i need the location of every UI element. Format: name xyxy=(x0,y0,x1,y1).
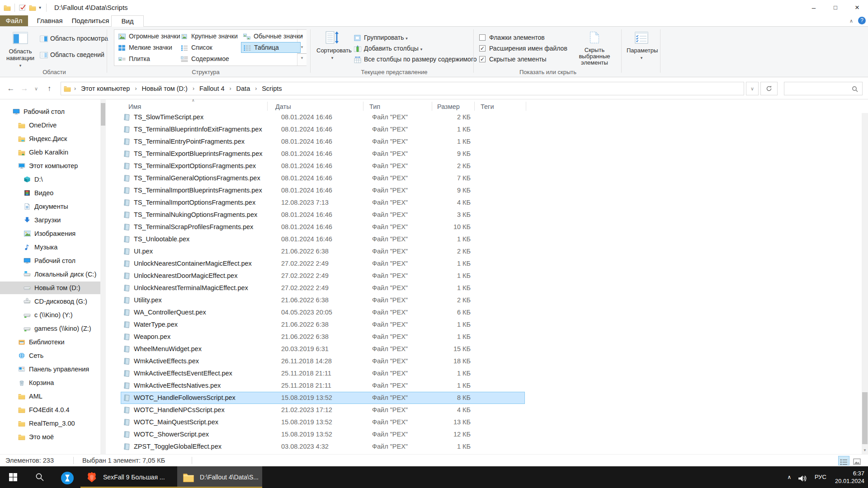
table-row[interactable]: Utility.pex21.06.2022 6:38Файл "PEX"2 КБ xyxy=(121,294,525,306)
language-indicator[interactable]: РУС xyxy=(813,466,828,488)
table-row[interactable]: TS_TerminalEntryPointFragments.pex08.01.… xyxy=(121,136,525,148)
table-row[interactable]: TS_TerminalGeneralOptionsFragments.pex08… xyxy=(121,172,525,184)
sidebar-item-gamess-kino-z-[interactable]: gamess (\\kino) (Z:) xyxy=(0,322,100,335)
table-row[interactable]: UnlockNearestTerminalMagicEffect.pex27.0… xyxy=(121,282,525,294)
sidebar-item-gleb-karalkin[interactable]: Gleb Karalkin xyxy=(0,146,100,159)
view-option-плитка[interactable]: Плитка xyxy=(116,53,176,64)
sidebar-item-cd-дисковод-g-[interactable]: CD-дисковод (G:) xyxy=(0,295,100,308)
qat-properties-icon[interactable] xyxy=(19,4,26,11)
table-row[interactable]: WaterType.pex21.06.2022 6:38Файл "PEX"1 … xyxy=(121,319,525,331)
checkbox-icon[interactable]: ✓ xyxy=(479,56,486,62)
sidebar-item-новый-том-d-[interactable]: Новый том (D:) xyxy=(0,282,100,294)
search-input[interactable] xyxy=(784,82,863,95)
sidebar-item-onedrive[interactable]: OneDrive xyxy=(0,119,100,131)
list-scrollbar[interactable]: ▲ ▼ xyxy=(862,99,868,454)
refresh-icon[interactable] xyxy=(760,82,778,95)
breadcrumb-segment[interactable]: Этот компьютер xyxy=(78,85,132,92)
table-row[interactable]: TS_TerminalExportBlueprintsFragments.pex… xyxy=(121,148,525,160)
breadcrumb-segment[interactable]: Новый том (D:) xyxy=(139,85,190,92)
column-header-tags[interactable]: Теги xyxy=(481,99,494,113)
up-icon[interactable]: ↑ xyxy=(42,82,56,95)
table-row[interactable]: TS_TerminalNukingOptionsFragments.pex08.… xyxy=(121,209,525,221)
divider[interactable] xyxy=(526,102,526,111)
sidebar-item-сеть[interactable]: Сеть xyxy=(0,349,100,362)
ribbon-item-group-by[interactable]: Группировать ▾ xyxy=(354,33,408,42)
qat-new-folder-icon[interactable] xyxy=(29,4,36,11)
sidebar-item-панель-управления[interactable]: Панель управления xyxy=(0,363,100,375)
recent-locations-icon[interactable]: ∨ xyxy=(32,82,41,95)
table-row[interactable]: WOTC_HandleNPCsScript.pex21.02.2023 17:1… xyxy=(121,404,525,416)
table-row[interactable]: WheelMenuWidget.pex20.03.2019 6:31Файл "… xyxy=(121,343,525,355)
table-row[interactable]: WOTC_HandleFollowersScript.pex15.08.2019… xyxy=(121,392,525,404)
help-icon[interactable]: ? xyxy=(858,17,866,24)
divider[interactable] xyxy=(363,102,363,111)
checkbox-icon[interactable]: ✓ xyxy=(479,45,486,52)
collapse-ribbon-icon[interactable]: ∧ xyxy=(846,15,856,26)
gallery-more-icon[interactable]: ▼ xyxy=(297,53,307,65)
sidebar-item-рабочий-стол[interactable]: Рабочий стол xyxy=(0,105,100,118)
preview-pane-button[interactable]: Область просмотра xyxy=(40,33,108,43)
ribbon-item-size-all-columns[interactable]: Все столбцы по размеру содержимого xyxy=(354,54,476,64)
address-dropdown-icon[interactable]: ∨ xyxy=(746,82,759,95)
divider[interactable] xyxy=(474,102,475,111)
table-row[interactable]: TS_TerminalExportOptionsFragments.pex08.… xyxy=(121,160,525,172)
sidebar-item-документы[interactable]: Документы xyxy=(0,200,100,213)
view-option-обычные-значки[interactable]: Обычные значки xyxy=(241,31,301,42)
table-row[interactable]: UnlockNearestDoorMagicEffect.pex27.02.20… xyxy=(121,270,525,282)
table-row[interactable]: TS_TerminalBlueprintInfoExitFragments.pe… xyxy=(121,123,525,136)
taskbar-app-brave[interactable]: SexFall 9 Большая ... xyxy=(80,466,177,488)
checkbox-row-file-extensions[interactable]: ✓Расширения имен файлов xyxy=(479,43,567,53)
table-row[interactable]: WOTC_ShowerScript.pex15.08.2019 13:52Фай… xyxy=(121,428,525,441)
table-row[interactable]: WmkActiveEffectsEventEffect.pex25.11.201… xyxy=(121,367,525,380)
table-row[interactable]: TS_TerminalScrapProfilesFragments.pex08.… xyxy=(121,221,525,233)
checkbox-row-hidden-items[interactable]: ✓Скрытые элементы xyxy=(479,54,547,64)
sidebar-item-изображения[interactable]: Изображения xyxy=(0,227,100,240)
checkbox-row-item-checkboxes[interactable]: Флажки элементов xyxy=(479,33,545,42)
sidebar-item-музыка[interactable]: Музыка xyxy=(0,241,100,253)
start-button[interactable] xyxy=(0,466,27,488)
tab-view[interactable]: Вид xyxy=(111,15,144,27)
options-button[interactable]: Параметры▾ xyxy=(627,29,656,68)
sidebar-item-realtemp-3-00[interactable]: RealTemp_3.00 xyxy=(0,417,100,430)
view-option-содержимое[interactable]: Содержимое xyxy=(179,53,238,64)
sidebar-scrollbar-thumb[interactable] xyxy=(101,103,105,126)
taskbar-app-pinned[interactable] xyxy=(53,466,80,488)
breadcrumb-segment[interactable]: Data xyxy=(234,85,253,92)
table-row[interactable]: WmkActiveEffects.pex26.11.2018 14:28Файл… xyxy=(121,355,525,367)
sidebar-item-d-[interactable]: D:\ xyxy=(0,173,100,186)
table-row[interactable]: WmkActiveEffectsNatives.pex25.11.2018 21… xyxy=(121,380,525,392)
breadcrumb-separator-icon[interactable]: › xyxy=(132,85,139,92)
sidebar-scrollbar[interactable] xyxy=(100,99,106,454)
column-header-name[interactable]: Имя xyxy=(128,99,141,113)
view-option-мелкие-значки[interactable]: Мелкие значки xyxy=(116,42,176,53)
tab-file[interactable]: Файл xyxy=(0,15,28,26)
breadcrumb-separator-icon[interactable]: › xyxy=(72,85,78,92)
table-row[interactable]: TS_SlowTimeScript.pex08.01.2024 16:46Фай… xyxy=(121,111,525,123)
sidebar-item-библиотеки[interactable]: Библиотеки xyxy=(0,336,100,348)
details-pane-button[interactable]: Область сведений xyxy=(40,50,104,60)
qat-dropdown-icon[interactable]: ▾ xyxy=(39,0,41,15)
table-row[interactable]: TS_Unlootable.pex08.01.2024 16:46Файл "P… xyxy=(121,233,525,245)
view-option-огромные-значки[interactable]: Огромные значки xyxy=(116,31,176,42)
clock[interactable]: 6:37 20.01.2024 xyxy=(829,466,864,488)
tab-share[interactable]: Поделиться xyxy=(70,15,111,26)
view-option-крупные-значки[interactable]: Крупные значки xyxy=(179,31,238,42)
volume-icon[interactable] xyxy=(797,466,807,488)
sort-button[interactable]: Сортировать▾ xyxy=(316,29,348,68)
sidebar-item-с-kino-y-[interactable]: с (\\Kino) (Y:) xyxy=(0,309,100,321)
table-row[interactable]: TS_TerminalImportBlueprintsFragments.pex… xyxy=(121,184,525,197)
sidebar-item-fo4edit-4-0-4[interactable]: FO4Edit 4.0.4 xyxy=(0,404,100,416)
close-button[interactable]: × xyxy=(846,0,868,15)
details-view-toggle[interactable] xyxy=(838,456,849,465)
view-option-таблица[interactable]: Таблица xyxy=(241,42,301,53)
taskbar-app-explorer[interactable]: D:\Fallout 4\Data\S... xyxy=(177,466,262,488)
hide-selected-button[interactable]: Скрыть выбранные элементы xyxy=(571,29,618,68)
minimize-button[interactable]: – xyxy=(803,0,825,15)
table-row[interactable]: Weapon.pex21.06.2022 6:38Файл "PEX"1 КБ xyxy=(121,331,525,343)
back-icon[interactable]: ← xyxy=(5,82,17,95)
table-row[interactable]: TS_TerminalImportOptionsFragments.pex12.… xyxy=(121,197,525,209)
sidebar-item-загрузки[interactable]: Загрузки xyxy=(0,214,100,226)
column-header-type[interactable]: Тип xyxy=(369,99,380,113)
sidebar-item-рабочий-стол[interactable]: Рабочий стол xyxy=(0,254,100,267)
breadcrumb-separator-icon[interactable]: › xyxy=(227,85,234,92)
